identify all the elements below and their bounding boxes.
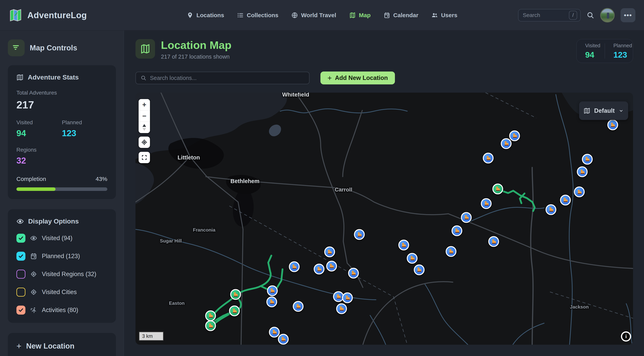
display-options-card: Display Options Visited (94)Planned (123… <box>8 209 116 323</box>
planned-location-marker[interactable] <box>407 253 418 264</box>
navbar-search-input[interactable] <box>523 12 569 18</box>
visited-location-marker[interactable] <box>205 321 216 331</box>
display-option-label: Planned (123) <box>42 253 80 260</box>
nav-item-label: Map <box>359 12 371 18</box>
nav-item-map[interactable]: Map <box>349 12 371 18</box>
checkbox[interactable] <box>16 288 26 297</box>
hiking-boot-icon <box>454 228 460 234</box>
sidebar-title: Map Controls <box>30 44 77 52</box>
location-map-canvas[interactable]: WhitefieldLittletonBethlehemCarrollFranc… <box>136 93 633 345</box>
hiking-boot-icon <box>495 186 501 192</box>
planned-location-marker[interactable] <box>607 120 618 130</box>
planned-location-marker[interactable] <box>461 212 472 223</box>
planned-location-marker[interactable] <box>336 303 347 314</box>
adventurelog-logo-icon <box>8 8 22 22</box>
add-new-location-button[interactable]: + Add New Location <box>320 71 395 84</box>
planned-location-marker[interactable] <box>398 240 409 251</box>
planned-location-marker[interactable] <box>326 261 337 271</box>
eye-icon <box>30 235 37 242</box>
checkbox[interactable] <box>16 270 26 279</box>
navbar-search[interactable]: / <box>518 9 581 21</box>
zoom-in-button[interactable]: + <box>138 99 150 110</box>
filter-icon[interactable] <box>8 39 25 56</box>
planned-location-marker[interactable] <box>501 138 512 149</box>
visited-location-marker[interactable] <box>205 310 216 321</box>
planned-location-marker[interactable] <box>577 166 588 177</box>
locate-button[interactable] <box>138 137 150 148</box>
planned-location-marker[interactable] <box>266 296 277 307</box>
display-option-label: Visited Cities <box>42 289 77 296</box>
avatar[interactable] <box>600 8 615 22</box>
planned-location-marker[interactable] <box>269 327 280 338</box>
zoom-out-button[interactable]: − <box>138 110 150 122</box>
hiking-boot-icon <box>356 232 362 237</box>
hiking-boot-icon <box>316 266 322 272</box>
visited-location-marker[interactable] <box>229 306 240 316</box>
planned-location-marker[interactable] <box>582 154 592 165</box>
planned-location-marker[interactable] <box>314 264 324 275</box>
page-title: Location Map <box>161 39 232 51</box>
display-option-planned-123[interactable]: Planned (123) <box>16 252 107 261</box>
display-options-title: Display Options <box>28 217 79 225</box>
attribution-info-button[interactable]: i <box>621 331 631 342</box>
layer-picker-dropdown[interactable]: Default <box>579 101 628 120</box>
planned-location-marker[interactable] <box>414 264 424 275</box>
display-option-visited-regions-32[interactable]: Visited Regions (32) <box>16 270 107 279</box>
nav-item-collections[interactable]: Collections <box>237 12 278 18</box>
planned-location-marker[interactable] <box>546 204 556 215</box>
layer-picker-value: Default <box>594 107 615 114</box>
hiking-boot-icon <box>416 267 422 273</box>
planned-location-marker[interactable] <box>324 247 335 257</box>
checkbox[interactable] <box>16 234 26 243</box>
planned-location-marker[interactable] <box>278 334 288 345</box>
location-search[interactable] <box>136 72 310 84</box>
nav-item-calendar[interactable]: Calendar <box>384 12 418 18</box>
planned-location-marker[interactable] <box>509 130 520 141</box>
map-controls-sidebar: Map Controls Adventure Stats Total Adven… <box>0 30 124 356</box>
runner-icon <box>30 307 37 314</box>
location-search-input[interactable] <box>150 75 304 81</box>
compass-pitch-button[interactable] <box>138 122 150 133</box>
planned-location-marker[interactable] <box>574 187 585 197</box>
display-option-visited-cities[interactable]: Visited Cities <box>16 288 107 297</box>
fullscreen-button[interactable] <box>138 152 150 163</box>
header-stats-chip: Visited 94 Planned 123 <box>576 39 633 63</box>
checkbox[interactable] <box>16 252 26 261</box>
display-option-activities-80[interactable]: Activities (80) <box>16 306 107 315</box>
hiking-boot-icon <box>350 270 356 276</box>
nav-item-locations[interactable]: Locations <box>187 12 224 18</box>
display-options-list: Visited (94)Planned (123)Visited Regions… <box>16 234 107 315</box>
planned-location-marker[interactable] <box>446 246 456 257</box>
planned-location-marker[interactable] <box>452 225 462 236</box>
new-location-card: + New Location Click on the map to place… <box>8 333 116 356</box>
visited-location-marker[interactable] <box>230 289 241 300</box>
planned-location-marker[interactable] <box>293 301 304 312</box>
visited-location-marker[interactable] <box>492 183 503 194</box>
brand[interactable]: AdventureLog <box>8 8 169 22</box>
target-icon <box>30 271 37 278</box>
planned-location-marker[interactable] <box>289 261 300 272</box>
chip-planned-label: Planned <box>614 42 633 49</box>
display-option-visited-94[interactable]: Visited (94) <box>16 234 107 243</box>
nav-item-users[interactable]: Users <box>431 12 457 18</box>
adventure-stats-card: Adventure Stats Total Adventures 217 Vis… <box>8 65 116 199</box>
checkbox[interactable] <box>16 306 26 315</box>
planned-location-marker[interactable] <box>483 153 494 164</box>
planned-location-marker[interactable] <box>342 293 353 303</box>
planned-location-marker[interactable] <box>481 198 492 209</box>
planned-location-marker[interactable] <box>560 195 571 205</box>
stats-card-title: Adventure Stats <box>28 73 79 81</box>
planned-location-marker[interactable] <box>348 268 359 279</box>
nav-item-world-travel[interactable]: World Travel <box>291 12 336 18</box>
planned-location-marker[interactable] <box>267 285 278 296</box>
map-icon <box>584 107 590 114</box>
nav-right-cluster: / ••• <box>475 8 636 22</box>
search-icon[interactable] <box>586 11 594 19</box>
hiking-boot-icon <box>463 215 469 220</box>
planned-location-marker[interactable] <box>354 229 365 240</box>
sidebar-header: Map Controls <box>8 39 116 56</box>
hiking-boot-icon <box>512 133 518 139</box>
hiking-boot-icon <box>208 313 214 319</box>
planned-location-marker[interactable] <box>488 236 499 247</box>
more-menu-button[interactable]: ••• <box>620 8 636 22</box>
